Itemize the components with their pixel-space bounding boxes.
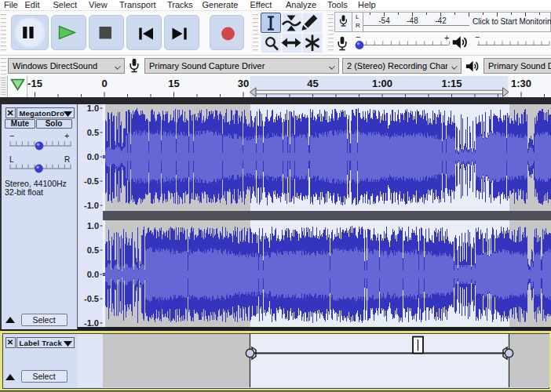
- svg-text:-54: -54: [378, 16, 390, 25]
- svg-text:R: R: [64, 155, 70, 164]
- svg-text:Click to Start Monitoring: Click to Start Monitoring: [473, 17, 551, 26]
- svg-text:-48: -48: [407, 16, 418, 25]
- svg-text:0: 0: [101, 78, 107, 89]
- svg-text:-15: -15: [27, 78, 42, 89]
- svg-text:1:15: 1:15: [441, 78, 462, 89]
- svg-text:-0.5: -0.5: [84, 176, 99, 186]
- svg-text:30: 30: [238, 78, 249, 89]
- svg-text:−: −: [9, 131, 14, 140]
- svg-text:0.5: 0.5: [87, 128, 99, 137]
- svg-text:-42: -42: [435, 16, 447, 25]
- svg-text:−: −: [475, 33, 480, 42]
- svg-text:1.0: 1.0: [87, 221, 99, 230]
- svg-text:0.0: 0.0: [87, 152, 99, 162]
- svg-text:L: L: [9, 155, 14, 164]
- svg-text:-1.0: -1.0: [84, 201, 99, 210]
- svg-text:1:00: 1:00: [372, 78, 392, 89]
- svg-text:+: +: [64, 131, 69, 140]
- svg-text:0.5: 0.5: [87, 245, 99, 255]
- svg-text:+: +: [444, 33, 449, 42]
- svg-text:−: −: [356, 33, 360, 42]
- svg-text:1:30: 1:30: [511, 78, 531, 89]
- svg-text:-0.5: -0.5: [84, 294, 99, 303]
- svg-text:1.0: 1.0: [87, 104, 99, 113]
- svg-text:0.0: 0.0: [87, 270, 99, 279]
- svg-text:45: 45: [307, 78, 318, 89]
- svg-text:15: 15: [168, 78, 179, 89]
